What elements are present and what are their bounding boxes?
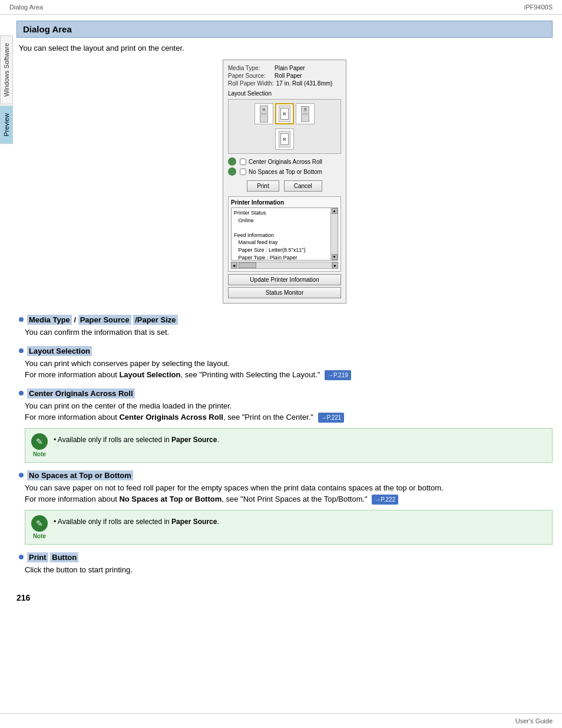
center-note-text: • Available only if rolls are selected i… bbox=[54, 433, 219, 445]
h-scroll-right[interactable]: ► bbox=[332, 262, 338, 269]
h-scroll-left[interactable]: ◄ bbox=[231, 262, 237, 269]
center-heading-text: Center Originals Across Roll bbox=[27, 388, 135, 398]
roll-paper-label: Roll Paper Width: bbox=[228, 80, 274, 87]
no-spaces-row: No Spaces at Top or Bottom bbox=[228, 167, 341, 176]
layout-bold-ref: Layout Selection bbox=[119, 370, 180, 379]
layout-thumb-1[interactable]: R bbox=[254, 103, 273, 124]
center-originals-row: Center Originals Across Roll bbox=[228, 157, 341, 166]
center-icon bbox=[228, 157, 236, 166]
layout-thumb-2[interactable]: R bbox=[275, 103, 294, 124]
media-type-heading: Media Type / Paper Source /Paper Size bbox=[27, 315, 178, 324]
dialog-box: Media Type: Plain Paper Paper Source: Ro… bbox=[223, 60, 346, 304]
paper-source-value: Roll Paper bbox=[275, 73, 302, 79]
no-spaces-note-label: Note bbox=[33, 533, 46, 539]
section-layout: Layout Selection bbox=[19, 347, 553, 355]
paper-size-normal: /Paper Size bbox=[133, 315, 177, 325]
paper-source-row: Paper Source: Roll Paper bbox=[228, 73, 341, 79]
scroll-down-arrow[interactable]: ▼ bbox=[332, 254, 338, 260]
layout-page-ref: →P.219 bbox=[325, 370, 351, 380]
media-type-row: Media Type: Plain Paper bbox=[228, 65, 341, 71]
no-spaces-checkbox[interactable] bbox=[240, 169, 246, 175]
media-type-desc: You can confirm the information that is … bbox=[25, 328, 169, 337]
center-page-ref: →P.221 bbox=[318, 413, 345, 423]
layout-desc-1: You can print which conserves paper by s… bbox=[25, 358, 553, 370]
layout-thumb-3[interactable]: 万 bbox=[296, 103, 315, 124]
no-spaces-page-ref: →P.222 bbox=[372, 495, 398, 505]
printer-scroll-bar[interactable]: ▲ ▼ bbox=[330, 208, 338, 260]
center-desc-2: For more information about Center Origin… bbox=[25, 411, 553, 423]
print-btn-desc: Click the button to start printing. bbox=[25, 564, 553, 576]
section-no-spaces: No Spaces at Top or Bottom bbox=[19, 471, 553, 480]
roll-paper-row: Roll Paper Width: 17 in. Roll (431.8mm) bbox=[228, 80, 341, 87]
bullet-dot-media bbox=[19, 317, 24, 322]
bullet-dot-center bbox=[19, 391, 24, 396]
bullet-dot-no-spaces bbox=[19, 473, 24, 477]
layout-heading: Layout Selection bbox=[27, 347, 92, 355]
no-spaces-note-text: • Available only if rolls are selected i… bbox=[54, 515, 219, 527]
center-note-icon: ✎ bbox=[31, 433, 48, 450]
media-type-bold: Media Type bbox=[27, 315, 72, 325]
layout-content: You can print which conserves paper by s… bbox=[25, 358, 553, 381]
sidebar-tab-preview[interactable]: Preview bbox=[0, 106, 13, 144]
no-spaces-icon bbox=[228, 167, 236, 176]
section-print-btn: Print Button bbox=[19, 553, 553, 562]
media-type-sep: / bbox=[74, 315, 78, 324]
status-monitor-button[interactable]: Status Monitor bbox=[228, 287, 341, 298]
roll-paper-value: 17 in. Roll (431.8mm) bbox=[276, 80, 333, 87]
page-title-bar: Dialog Area bbox=[16, 21, 553, 38]
h-scroll-track[interactable] bbox=[237, 262, 332, 269]
center-note-label: Note bbox=[33, 451, 46, 457]
bottom-bar: User's Guide bbox=[0, 713, 562, 728]
main-content: Dialog Area You can select the layout an… bbox=[16, 15, 553, 644]
no-spaces-bold-ref: No Spaces at Top or Bottom bbox=[119, 495, 222, 503]
print-btn-normal: Button bbox=[50, 552, 78, 562]
layout-desc-2: For more information about Layout Select… bbox=[25, 369, 553, 381]
no-spaces-note-box: ✎ Note • Available only if rolls are sel… bbox=[25, 510, 553, 545]
no-spaces-desc-2: For more information about No Spaces at … bbox=[25, 493, 553, 505]
cancel-button[interactable]: Cancel bbox=[284, 180, 322, 192]
top-bar-right: iPF9400S bbox=[524, 4, 553, 11]
h-scrollbar[interactable]: ◄ ► bbox=[231, 262, 338, 269]
printer-info-title: Printer Information bbox=[231, 199, 338, 206]
top-bar-left: Dialog Area bbox=[9, 4, 43, 11]
page-number: 216 bbox=[16, 593, 30, 602]
top-bar: Dialog Area iPF9400S bbox=[0, 0, 562, 15]
h-scroll-thumb bbox=[239, 262, 256, 268]
sidebar-tab-windows[interactable]: Windows Software bbox=[0, 35, 13, 104]
no-spaces-note-icon: ✎ bbox=[31, 515, 48, 532]
layout-heading-text: Layout Selection bbox=[27, 346, 92, 356]
no-spaces-content: You can save paper on not to feed roll p… bbox=[25, 482, 553, 505]
paper-source-label: Paper Source: bbox=[228, 73, 272, 79]
center-content: You can print on the center of the media… bbox=[25, 400, 553, 423]
media-type-value: Plain Paper bbox=[275, 65, 305, 71]
print-btn-text: Print bbox=[27, 552, 48, 562]
dialog-buttons: Print Cancel bbox=[228, 180, 341, 192]
print-btn-content: Click the button to start printing. bbox=[25, 564, 553, 576]
intro-text: You can select the layout and print on t… bbox=[19, 44, 553, 52]
section-center: Center Originals Across Roll bbox=[19, 389, 553, 398]
no-spaces-label: No Spaces at Top or Bottom bbox=[249, 169, 322, 175]
center-originals-checkbox[interactable] bbox=[240, 159, 246, 165]
print-button[interactable]: Print bbox=[247, 180, 279, 192]
no-spaces-heading-text: No Spaces at Top or Bottom bbox=[27, 470, 133, 480]
scroll-up-arrow[interactable]: ▲ bbox=[332, 208, 338, 214]
layout-thumb-4[interactable]: R bbox=[275, 129, 294, 150]
no-spaces-desc-1: You can save paper on not to feed roll p… bbox=[25, 482, 553, 494]
sidebar: Windows Software Preview bbox=[0, 35, 13, 684]
center-note-box: ✎ Note • Available only if rolls are sel… bbox=[25, 428, 553, 463]
printer-info-text: Printer Status Online Feed Information M… bbox=[234, 209, 335, 261]
print-btn-heading: Print Button bbox=[27, 553, 78, 562]
paper-source-bold: Paper Source bbox=[78, 315, 131, 325]
update-printer-button[interactable]: Update Printer Information bbox=[228, 274, 341, 285]
layout-section-title: Layout Selection bbox=[228, 90, 341, 97]
center-desc-1: You can print on the center of the media… bbox=[25, 400, 553, 412]
media-type-label: Media Type: bbox=[228, 65, 272, 71]
center-originals-label: Center Originals Across Roll bbox=[249, 159, 322, 165]
printer-info-scroll[interactable]: Printer Status Online Feed Information M… bbox=[231, 207, 338, 261]
bullet-dot-print bbox=[19, 555, 24, 559]
printer-info-box: Printer Information Printer Status Onlin… bbox=[228, 196, 341, 272]
center-heading: Center Originals Across Roll bbox=[27, 389, 135, 398]
media-type-content: You can confirm the information that is … bbox=[25, 327, 553, 338]
layout-selection-box: R R 万 bbox=[228, 99, 341, 154]
dialog-image-container: Media Type: Plain Paper Paper Source: Ro… bbox=[16, 60, 553, 304]
